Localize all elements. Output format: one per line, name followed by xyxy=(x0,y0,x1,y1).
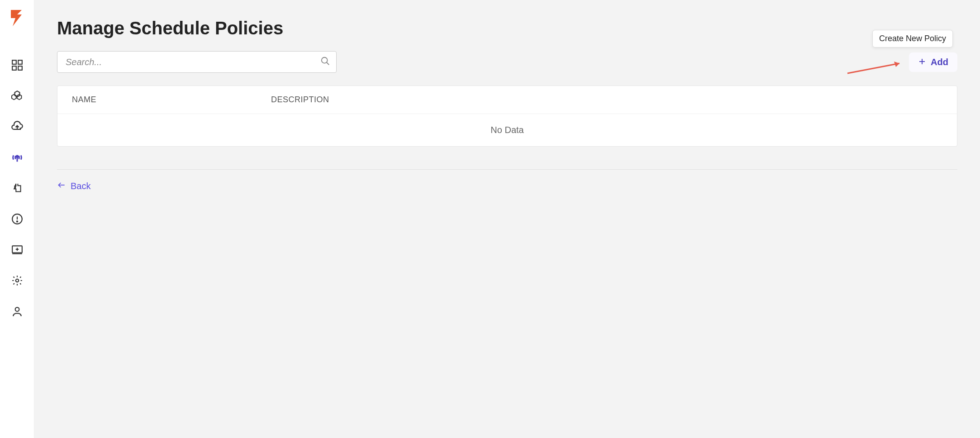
nav-plugin-icon[interactable] xyxy=(11,182,24,195)
nav-broadcast-icon[interactable] xyxy=(11,151,24,164)
svg-rect-1 xyxy=(18,60,22,64)
svg-line-19 xyxy=(847,63,899,73)
search-icon xyxy=(320,56,330,68)
sidebar xyxy=(0,0,34,438)
search-wrap xyxy=(57,51,337,73)
table-header-name: NAME xyxy=(72,95,271,105)
svg-marker-20 xyxy=(894,62,899,67)
top-row: Create New Policy Add xyxy=(57,51,957,73)
back-arrow-icon xyxy=(57,181,66,192)
search-input[interactable] xyxy=(57,51,337,73)
create-policy-tooltip: Create New Policy xyxy=(872,30,953,48)
add-button[interactable]: Add xyxy=(909,52,957,72)
page-title: Manage Schedule Policies xyxy=(57,18,957,38)
svg-line-16 xyxy=(327,62,329,65)
main-content: Manage Schedule Policies Create New Poli… xyxy=(34,0,980,438)
svg-rect-2 xyxy=(12,66,16,70)
nav-dashboard-icon[interactable] xyxy=(11,59,24,71)
nav-cloud-icon[interactable] xyxy=(11,120,24,133)
svg-point-14 xyxy=(15,307,19,311)
svg-rect-0 xyxy=(12,60,16,64)
svg-point-13 xyxy=(15,279,19,282)
nav-cubes-icon[interactable] xyxy=(11,90,24,102)
nav-alert-icon[interactable] xyxy=(11,213,24,225)
nav-monitor-icon[interactable] xyxy=(11,243,24,256)
plus-icon xyxy=(918,57,926,67)
table-header: NAME DESCRIPTION xyxy=(57,86,957,114)
svg-rect-3 xyxy=(18,66,22,70)
add-button-label: Add xyxy=(931,57,948,67)
nav-settings-icon[interactable] xyxy=(11,274,24,287)
table-header-description: DESCRIPTION xyxy=(271,95,942,105)
table-empty: No Data xyxy=(57,114,957,146)
logo xyxy=(9,8,25,32)
svg-point-15 xyxy=(322,57,328,63)
arrow-annotation xyxy=(845,60,909,80)
back-link[interactable]: Back xyxy=(57,181,90,192)
svg-point-8 xyxy=(16,221,17,222)
back-link-label: Back xyxy=(71,181,90,191)
nav-user-icon[interactable] xyxy=(11,305,24,318)
divider xyxy=(57,169,957,170)
table: NAME DESCRIPTION No Data xyxy=(57,86,957,147)
